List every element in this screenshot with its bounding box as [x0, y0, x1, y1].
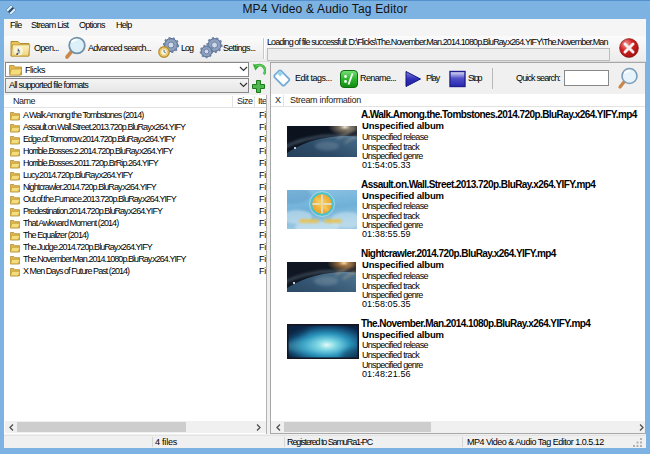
svg-text:♪: ♪: [15, 45, 21, 57]
